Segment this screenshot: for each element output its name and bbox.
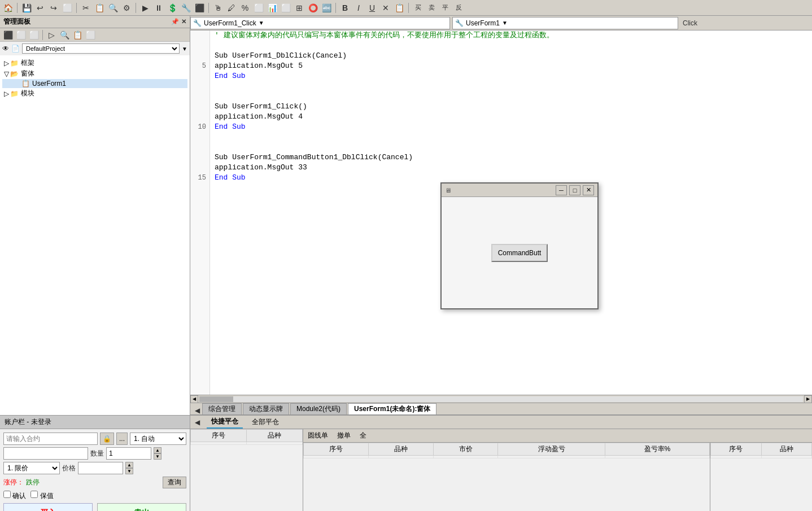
tab-userform1[interactable]: UserForm1(未命名):窗体 bbox=[348, 403, 436, 414]
panel-tb-icon5[interactable]: 🔍 bbox=[59, 29, 70, 41]
text-icon[interactable]: 🔤 bbox=[321, 2, 332, 14]
save-icon[interactable]: 💾 bbox=[21, 2, 32, 14]
price-down[interactable]: ▼ bbox=[125, 468, 133, 474]
confirm-checkbox-label[interactable]: 确认 bbox=[3, 491, 26, 501]
panel-close-btn[interactable]: ✕ bbox=[181, 18, 186, 25]
price-spinner[interactable]: ▲ ▼ bbox=[125, 462, 133, 474]
panel-tb-icon6[interactable]: 📋 bbox=[72, 29, 83, 41]
sell-btn[interactable]: 卖出 bbox=[97, 503, 186, 511]
settings-icon[interactable]: ⚙ bbox=[121, 2, 132, 14]
chart-box-icon[interactable]: ⬜ bbox=[253, 2, 264, 14]
stop-icon[interactable]: ⬛ bbox=[194, 2, 205, 14]
window-maximize-btn[interactable]: □ bbox=[569, 185, 580, 195]
dollar-icon[interactable]: 💲 bbox=[167, 2, 178, 14]
panel-tb-icon1[interactable]: ⬛ bbox=[2, 29, 14, 41]
lock-btn[interactable]: 🔒 bbox=[100, 433, 114, 445]
quantity-down[interactable]: ▼ bbox=[154, 453, 161, 460]
search-icon[interactable]: 🔍 bbox=[107, 2, 119, 14]
tab-nav-left[interactable]: ◀ bbox=[193, 407, 202, 414]
trading-tab-all[interactable]: 全部平仓 bbox=[247, 416, 283, 428]
chart2-icon[interactable]: 📊 bbox=[267, 2, 278, 14]
window-close-btn[interactable]: ✕ bbox=[583, 185, 594, 195]
tree-arrow-forms[interactable]: ▽ bbox=[2, 70, 10, 78]
panel-pin-btn[interactable]: 📌 bbox=[171, 18, 179, 25]
panel-view-icon2[interactable]: 📄 bbox=[11, 45, 20, 53]
buy-icon[interactable]: 买 bbox=[412, 2, 424, 14]
project-dropdown-arrow[interactable]: ▼ bbox=[182, 46, 187, 52]
cross-icon[interactable]: ✕ bbox=[380, 2, 391, 14]
contract-input[interactable] bbox=[3, 433, 98, 445]
panel-tb-icon4[interactable]: ▷ bbox=[46, 29, 57, 41]
trading-tab-nav-left[interactable]: ◀ bbox=[193, 418, 202, 426]
panel-tb-icon3[interactable]: ⬜ bbox=[28, 29, 40, 41]
tree-item-framework[interactable]: ▷ 📁 框架 bbox=[2, 58, 187, 68]
tab-comprehensive[interactable]: 综合管理 bbox=[202, 403, 242, 414]
panel-tb-icon7[interactable]: ⬜ bbox=[85, 29, 96, 41]
price-input[interactable] bbox=[78, 462, 123, 474]
more-btn[interactable]: ... bbox=[116, 433, 128, 445]
quantity-value-input[interactable] bbox=[106, 447, 151, 460]
save-checkbox-label[interactable]: 保值 bbox=[30, 491, 53, 501]
quantity-up[interactable]: ▲ bbox=[154, 447, 161, 453]
save-checkbox[interactable] bbox=[30, 491, 38, 498]
reverse-icon[interactable]: 反 bbox=[453, 2, 464, 14]
play-icon[interactable]: ▶ bbox=[139, 2, 151, 14]
trading-tab-quick[interactable]: 快捷平仓 bbox=[207, 416, 243, 429]
quantity-spinner[interactable]: ▲ ▼ bbox=[154, 447, 161, 460]
percent-icon[interactable]: % bbox=[239, 2, 251, 14]
tab-module2[interactable]: Module2(代码) bbox=[290, 403, 347, 414]
tab-dynamic[interactable]: 动态显示牌 bbox=[243, 403, 289, 414]
auto-select[interactable]: 1. 自动 2. 手动 bbox=[130, 433, 186, 445]
circle-icon[interactable]: ⭕ bbox=[307, 2, 318, 14]
round-orders-label[interactable]: 圆线单 bbox=[308, 431, 328, 440]
code-line-2 bbox=[215, 41, 807, 51]
tree-item-modules[interactable]: ▷ 📁 模块 bbox=[2, 88, 187, 99]
scroll-thumb[interactable] bbox=[199, 396, 233, 402]
price-up[interactable]: ▲ bbox=[125, 462, 133, 468]
tree-item-userform1[interactable]: 📋 UserForm1 bbox=[2, 79, 187, 88]
panel-tb-icon2[interactable]: ⬜ bbox=[15, 29, 27, 41]
wrench-icon[interactable]: 🔧 bbox=[180, 2, 191, 14]
pause-icon[interactable]: ⏸ bbox=[153, 2, 164, 14]
tree-item-forms[interactable]: ▽ 📂 窗体 bbox=[2, 68, 187, 79]
tree-arrow-modules[interactable]: ▷ bbox=[2, 90, 10, 98]
bold-icon[interactable]: B bbox=[339, 2, 351, 14]
scroll-left-btn[interactable]: ◀ bbox=[190, 395, 198, 403]
undo-icon[interactable]: ↩ bbox=[34, 2, 46, 14]
new-icon[interactable]: ⬜ bbox=[62, 2, 73, 14]
command-button1[interactable]: CommandButt bbox=[491, 244, 548, 262]
home-icon[interactable]: 🏠 bbox=[2, 2, 14, 14]
copy-icon[interactable]: 📋 bbox=[94, 2, 105, 14]
cut-icon[interactable]: ✂ bbox=[80, 2, 91, 14]
code-dropdown-proc[interactable]: 🔧 UserForm1 ▼ bbox=[452, 17, 678, 29]
window-minimize-btn[interactable]: ─ bbox=[556, 185, 567, 195]
right-section: 圆线单 撤单 全 序号 品种 市价 浮动盈亏 bbox=[303, 429, 812, 511]
flat-icon[interactable]: 平 bbox=[439, 2, 451, 14]
price-type-select[interactable]: 1. 限价 2. 市价 bbox=[3, 462, 60, 474]
code-line-13: Sub UserForm1_CommandButton1_DblClick(Ca… bbox=[215, 152, 807, 163]
table-icon[interactable]: ⬜ bbox=[280, 2, 291, 14]
cancel-table-wrapper: 序号 品种 bbox=[710, 443, 812, 511]
scroll-track[interactable] bbox=[199, 396, 803, 402]
underline-icon[interactable]: U bbox=[366, 2, 378, 14]
pen-icon[interactable]: 🖊 bbox=[226, 2, 237, 14]
clipboard-icon[interactable]: 📋 bbox=[394, 2, 405, 14]
sell-icon[interactable]: 卖 bbox=[426, 2, 437, 14]
confirm-checkbox[interactable] bbox=[3, 491, 11, 498]
cursor-icon[interactable]: 🖱 bbox=[212, 2, 224, 14]
cancel-orders-label[interactable]: 撤单 bbox=[337, 431, 351, 440]
project-select[interactable]: DefaultProject bbox=[22, 43, 180, 54]
code-dropdown-text1: UserForm1_Click bbox=[204, 19, 256, 27]
query-btn[interactable]: 查询 bbox=[163, 477, 186, 488]
scroll-right-btn[interactable]: ▶ bbox=[804, 395, 812, 403]
tree-arrow-framework[interactable]: ▷ bbox=[2, 59, 10, 67]
buy-btn[interactable]: 买入 bbox=[3, 503, 93, 511]
italic-icon[interactable]: I bbox=[353, 2, 364, 14]
all-orders-label[interactable]: 全 bbox=[360, 431, 366, 440]
code-dropdown-object[interactable]: 🔧 UserForm1_Click ▼ bbox=[190, 17, 450, 29]
left-panel: 管理面板 📌 ✕ ⬛ ⬜ ⬜ ▷ 🔍 📋 ⬜ 👁 📄 DefaultProjec… bbox=[0, 16, 190, 415]
panel-view-icon1[interactable]: 👁 bbox=[2, 45, 9, 53]
grid-icon[interactable]: ⊞ bbox=[294, 2, 305, 14]
redo-icon[interactable]: ↪ bbox=[48, 2, 59, 14]
quantity-input[interactable] bbox=[3, 447, 88, 460]
